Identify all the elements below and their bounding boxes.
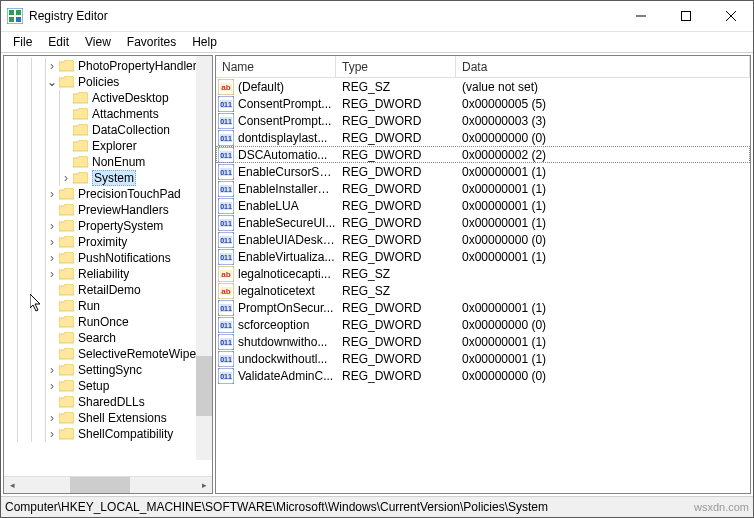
- values-list[interactable]: (Default)REG_SZ(value not set)ConsentPro…: [216, 78, 750, 493]
- tree-item[interactable]: ›Shell Extensions: [4, 410, 212, 426]
- value-type: REG_DWORD: [336, 352, 456, 366]
- value-row[interactable]: undockwithoutl...REG_DWORD0x00000001 (1): [216, 350, 750, 367]
- tree-item[interactable]: Explorer: [4, 138, 212, 154]
- value-row[interactable]: dontdisplaylast...REG_DWORD0x00000000 (0…: [216, 129, 750, 146]
- minimize-button[interactable]: [618, 1, 663, 31]
- dword-value-icon: [218, 113, 234, 129]
- menu-view[interactable]: View: [77, 33, 119, 51]
- expand-icon[interactable]: ›: [46, 427, 58, 441]
- menu-help[interactable]: Help: [184, 33, 225, 51]
- dword-value-icon: [218, 334, 234, 350]
- value-type: REG_SZ: [336, 267, 456, 281]
- expand-icon[interactable]: ›: [46, 219, 58, 233]
- value-name: EnableSecureUI...: [238, 216, 335, 230]
- tree-item-label: SharedDLLs: [78, 395, 145, 409]
- tree-horizontal-scrollbar[interactable]: ◂ ▸: [4, 476, 212, 493]
- column-header-type[interactable]: Type: [336, 56, 456, 78]
- tree-item[interactable]: ›ShellCompatibility: [4, 426, 212, 442]
- tree-item[interactable]: ⌄Policies: [4, 74, 212, 90]
- dword-value-icon: [218, 164, 234, 180]
- value-row[interactable]: EnableSecureUI...REG_DWORD0x00000001 (1): [216, 214, 750, 231]
- tree-item[interactable]: RunOnce: [4, 314, 212, 330]
- value-row[interactable]: ConsentPrompt...REG_DWORD0x00000003 (3): [216, 112, 750, 129]
- registry-tree[interactable]: ›PhotoPropertyHandler⌄PoliciesActiveDesk…: [4, 56, 212, 460]
- value-row[interactable]: shutdownwitho...REG_DWORD0x00000001 (1): [216, 333, 750, 350]
- value-row[interactable]: legalnoticetextREG_SZ: [216, 282, 750, 299]
- column-header-name[interactable]: Name: [216, 56, 336, 78]
- menu-file[interactable]: File: [5, 33, 40, 51]
- scrollbar-thumb[interactable]: [70, 477, 130, 493]
- tree-item[interactable]: ActiveDesktop: [4, 90, 212, 106]
- column-headers: Name Type Data: [216, 56, 750, 78]
- value-data: 0x00000000 (0): [456, 369, 750, 383]
- expand-icon[interactable]: ›: [46, 235, 58, 249]
- tree-item[interactable]: ›System: [4, 170, 212, 186]
- menu-edit[interactable]: Edit: [40, 33, 77, 51]
- tree-item-label: PropertySystem: [78, 219, 163, 233]
- tree-item[interactable]: DataCollection: [4, 122, 212, 138]
- tree-item[interactable]: NonEnum: [4, 154, 212, 170]
- tree-item[interactable]: ›PushNotifications: [4, 250, 212, 266]
- value-row[interactable]: EnableInstallerD...REG_DWORD0x00000001 (…: [216, 180, 750, 197]
- value-data: 0x00000001 (1): [456, 216, 750, 230]
- value-row[interactable]: legalnoticecapti...REG_SZ: [216, 265, 750, 282]
- folder-icon: [58, 235, 74, 249]
- tree-item-label: PushNotifications: [78, 251, 171, 265]
- scrollbar-track[interactable]: [20, 477, 196, 493]
- expand-icon[interactable]: ›: [46, 363, 58, 377]
- expand-icon[interactable]: ›: [46, 379, 58, 393]
- scrollbar-thumb[interactable]: [196, 356, 212, 416]
- menu-favorites[interactable]: Favorites: [119, 33, 184, 51]
- tree-item[interactable]: ›PropertySystem: [4, 218, 212, 234]
- tree-item[interactable]: ›Setup: [4, 378, 212, 394]
- scroll-left-button[interactable]: ◂: [4, 477, 20, 493]
- tree-item[interactable]: ›SettingSync: [4, 362, 212, 378]
- tree-item[interactable]: RetailDemo: [4, 282, 212, 298]
- expand-icon[interactable]: ›: [46, 187, 58, 201]
- tree-item[interactable]: Run: [4, 298, 212, 314]
- tree-item[interactable]: SelectiveRemoteWipe: [4, 346, 212, 362]
- value-row[interactable]: ValidateAdminC...REG_DWORD0x00000000 (0): [216, 367, 750, 384]
- tree-item[interactable]: ›PrecisionTouchPad: [4, 186, 212, 202]
- tree-item-label: DataCollection: [92, 123, 170, 137]
- folder-icon: [72, 91, 88, 105]
- tree-item[interactable]: ›PhotoPropertyHandler: [4, 58, 212, 74]
- tree-item[interactable]: Attachments: [4, 106, 212, 122]
- value-row[interactable]: EnableUIADeskt...REG_DWORD0x00000000 (0): [216, 231, 750, 248]
- string-value-icon: [218, 266, 234, 282]
- value-row[interactable]: (Default)REG_SZ(value not set): [216, 78, 750, 95]
- tree-pane: ›PhotoPropertyHandler⌄PoliciesActiveDesk…: [3, 55, 213, 494]
- expand-icon[interactable]: ›: [60, 171, 72, 185]
- tree-vertical-scrollbar[interactable]: [196, 56, 212, 460]
- tree-item[interactable]: ›Reliability: [4, 266, 212, 282]
- value-data: 0x00000001 (1): [456, 335, 750, 349]
- value-row[interactable]: ConsentPrompt...REG_DWORD0x00000005 (5): [216, 95, 750, 112]
- tree-item-label: Search: [78, 331, 116, 345]
- scroll-right-button[interactable]: ▸: [196, 477, 212, 493]
- close-button[interactable]: [708, 1, 753, 31]
- value-data: (value not set): [456, 80, 750, 94]
- tree-item-label: RetailDemo: [78, 283, 141, 297]
- maximize-button[interactable]: [663, 1, 708, 31]
- tree-item[interactable]: Search: [4, 330, 212, 346]
- value-row[interactable]: DSCAutomatio...REG_DWORD0x00000002 (2): [216, 146, 750, 163]
- folder-icon: [58, 267, 74, 281]
- value-row[interactable]: EnableLUAREG_DWORD0x00000001 (1): [216, 197, 750, 214]
- value-row[interactable]: scforceoptionREG_DWORD0x00000000 (0): [216, 316, 750, 333]
- expand-icon[interactable]: ›: [46, 267, 58, 281]
- tree-item[interactable]: ›Proximity: [4, 234, 212, 250]
- value-name: DSCAutomatio...: [238, 148, 327, 162]
- column-header-data[interactable]: Data: [456, 56, 750, 78]
- collapse-icon[interactable]: ⌄: [46, 75, 58, 89]
- value-row[interactable]: EnableCursorSu...REG_DWORD0x00000001 (1): [216, 163, 750, 180]
- expand-icon[interactable]: ›: [46, 251, 58, 265]
- value-row[interactable]: PromptOnSecur...REG_DWORD0x00000001 (1): [216, 299, 750, 316]
- dword-value-icon: [218, 147, 234, 163]
- expand-icon[interactable]: ›: [46, 59, 58, 73]
- tree-item[interactable]: PreviewHandlers: [4, 202, 212, 218]
- value-row[interactable]: EnableVirtualiza...REG_DWORD0x00000001 (…: [216, 248, 750, 265]
- value-data: 0x00000005 (5): [456, 97, 750, 111]
- tree-item-label: PrecisionTouchPad: [78, 187, 181, 201]
- tree-item[interactable]: SharedDLLs: [4, 394, 212, 410]
- expand-icon[interactable]: ›: [46, 411, 58, 425]
